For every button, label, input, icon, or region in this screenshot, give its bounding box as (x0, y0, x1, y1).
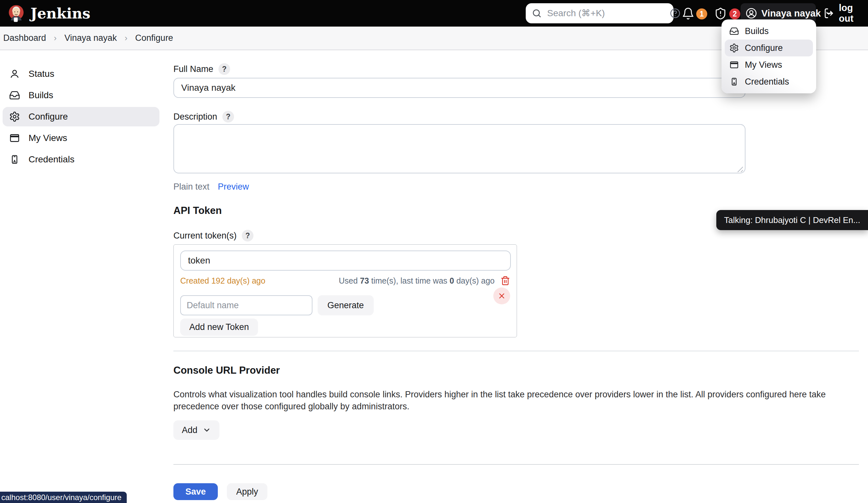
sidebar-item-status[interactable]: Status (3, 64, 159, 84)
console-url-heading: Console URL Provider (173, 365, 859, 378)
breadcrumb-configure[interactable]: Configure (135, 33, 173, 43)
preview-link[interactable]: Preview (218, 182, 249, 192)
description-modes: Plain text Preview (173, 182, 859, 192)
id-badge-icon (729, 77, 739, 86)
breadcrumb-chevron-icon: › (54, 33, 57, 43)
menu-item-label: Configure (745, 43, 783, 53)
logout-icon (823, 8, 835, 19)
token-name-input[interactable] (180, 250, 511, 271)
avatar-icon (745, 7, 757, 19)
configure-form: Full Name ? Description ? Plain text Pre… (173, 50, 859, 440)
new-token-name-input[interactable] (180, 295, 312, 315)
user-name: Vinaya nayak (761, 8, 821, 19)
search-icon (531, 8, 542, 19)
menu-item-label: Credentials (745, 77, 789, 87)
notifications-badge[interactable]: 1 (696, 8, 707, 19)
footer-actions: Save Apply (173, 483, 267, 500)
search-input[interactable] (547, 8, 664, 19)
sidebar-item-label: Configure (29, 112, 68, 122)
sidebar-item-label: Credentials (29, 154, 74, 165)
sidebar: Status Builds Configure My Views Credent… (0, 50, 162, 171)
jenkins-butler-logo-icon (7, 4, 25, 23)
current-tokens-label-row: Current token(s) ? (173, 230, 859, 241)
chevron-down-icon (203, 426, 211, 434)
menu-item-credentials[interactable]: Credentials (725, 73, 813, 90)
close-icon (497, 292, 506, 300)
breadcrumb-user[interactable]: Vinaya nayak (64, 33, 117, 43)
menu-item-label: My Views (745, 60, 782, 70)
inbox-icon (729, 26, 739, 36)
sidebar-item-label: Builds (29, 90, 53, 101)
sidebar-item-credentials[interactable]: Credentials (3, 150, 159, 169)
menu-item-configure[interactable]: Configure (725, 40, 813, 57)
user-dropdown-menu: Builds Configure My Views Credentials (722, 19, 816, 93)
section-divider (173, 351, 859, 351)
menu-item-my-views[interactable]: My Views (725, 57, 813, 73)
sidebar-item-label: My Views (29, 133, 67, 143)
search-help-icon[interactable] (669, 8, 681, 19)
apply-button[interactable]: Apply (227, 483, 267, 500)
new-token-row: Generate (180, 295, 510, 315)
talking-tooltip: Talking: Dhrubajyoti C | DevRel En... (716, 210, 868, 230)
menu-item-builds[interactable]: Builds (725, 23, 813, 40)
gear-icon (9, 111, 20, 122)
description-textarea[interactable] (173, 124, 745, 173)
gear-icon (729, 43, 739, 53)
token-usage-group: Used 73 time(s), last time was 0 day(s) … (339, 276, 510, 286)
cancel-new-token-button[interactable] (493, 287, 510, 304)
jenkins-home-link[interactable]: Jenkins (7, 4, 91, 23)
security-shield-icon[interactable] (714, 7, 727, 20)
full-name-input[interactable] (173, 78, 745, 98)
search-bar[interactable] (526, 3, 673, 23)
current-tokens-help-icon[interactable]: ? (242, 230, 254, 242)
description-label: Description (173, 112, 217, 122)
save-button[interactable]: Save (173, 483, 218, 500)
add-provider-button[interactable]: Add (173, 420, 219, 440)
add-provider-label: Add (182, 425, 197, 435)
brand-title: Jenkins (30, 5, 91, 22)
description-help-icon[interactable]: ? (223, 111, 234, 123)
delete-token-trash-icon[interactable] (500, 276, 510, 286)
user-icon (9, 68, 20, 79)
token-meta-row: Created 192 day(s) ago Used 73 time(s), … (180, 276, 510, 286)
id-badge-icon (9, 154, 20, 165)
logout-label: log out (839, 3, 868, 24)
description-wrapper (173, 122, 745, 175)
breadcrumb-dashboard[interactable]: Dashboard (3, 33, 46, 43)
token-usage-text: Used 73 time(s), last time was 0 day(s) … (339, 276, 495, 286)
inbox-icon (9, 90, 20, 101)
window-icon (9, 133, 20, 144)
token-created-text: Created 192 day(s) ago (180, 276, 266, 286)
window-icon (729, 60, 739, 70)
menu-item-label: Builds (745, 26, 769, 36)
logout-button[interactable]: log out (823, 0, 868, 27)
sidebar-item-my-views[interactable]: My Views (3, 129, 159, 148)
full-name-help-icon[interactable]: ? (218, 63, 230, 75)
console-url-description: Controls what visualization tool handles… (173, 389, 857, 413)
status-url-bar: calhost:8080/user/vinaya/configure (0, 492, 127, 503)
add-new-token-button[interactable]: Add new Token (180, 319, 258, 336)
description-label-row: Description ? (173, 111, 859, 122)
breadcrumb-chevron-icon: › (124, 33, 127, 43)
current-tokens-label: Current token(s) (173, 231, 237, 241)
generate-token-button[interactable]: Generate (318, 295, 374, 315)
sidebar-item-label: Status (29, 69, 54, 79)
sidebar-item-builds[interactable]: Builds (3, 85, 159, 105)
token-box: Created 192 day(s) ago Used 73 time(s), … (173, 244, 517, 337)
full-name-label: Full Name (173, 64, 213, 74)
plain-text-label: Plain text (173, 182, 209, 192)
security-badge[interactable]: 2 (729, 8, 740, 19)
footer-divider (173, 464, 859, 465)
notifications-bell-icon[interactable] (682, 7, 695, 20)
sidebar-item-configure[interactable]: Configure (3, 107, 159, 126)
